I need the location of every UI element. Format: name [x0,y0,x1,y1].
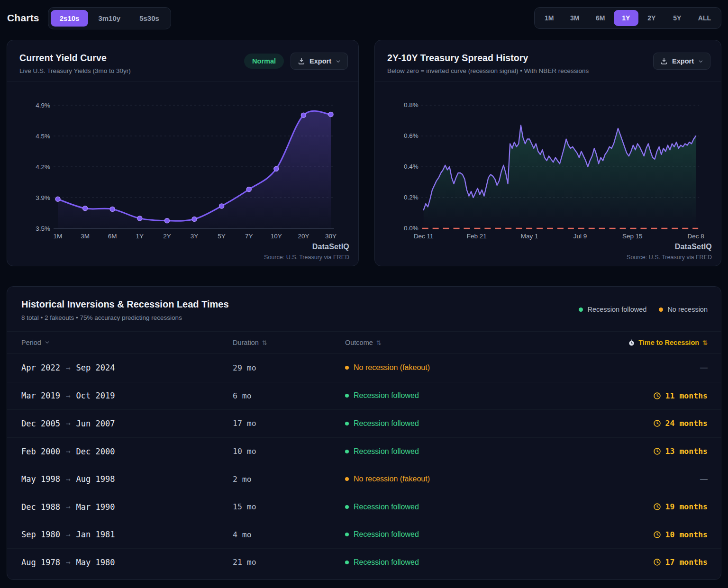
download-icon [298,57,305,65]
outcome-dot [345,422,349,425]
svg-text:May 1: May 1 [521,233,538,240]
export-button[interactable]: Export [653,53,710,70]
arrow-right-icon: → [66,363,71,372]
period-cell: Feb 2000→Dec 2000 [21,447,233,456]
legend-item: Recession followed [579,306,646,313]
clock-icon [653,392,661,400]
column-outcome[interactable]: Outcome ⇅ [345,339,599,346]
yield-chart: 3.5%3.9%4.2%4.5%4.9%1M3M6M1Y2Y3Y5Y7Y10Y2… [7,82,358,266]
svg-text:3.9%: 3.9% [36,194,50,201]
duration-cell: 10 mo [233,447,345,456]
svg-text:Dec 11: Dec 11 [414,233,434,240]
clock-icon [653,447,661,455]
table-row: Dec 2005→Jun 200717 moRecession followed… [7,409,721,437]
outcome-cell: Recession followed [345,419,599,428]
tab-5s30s[interactable]: 5s30s [130,10,168,27]
outcome-cell: Recession followed [345,503,599,511]
duration-cell: 15 mo [233,502,345,511]
spread-card-subtitle: Below zero = inverted curve (recession s… [387,67,589,74]
svg-text:1Y: 1Y [136,233,144,240]
column-duration[interactable]: Duration ⇅ [233,339,345,346]
sort-icon: ⇅ [702,339,708,346]
chevron-down-icon [336,59,341,64]
range-2y[interactable]: 2Y [639,10,664,26]
outcome-dot [345,450,349,453]
outcome-cell: Recession followed [345,447,599,456]
outcome-dot [345,477,349,481]
outcome-cell: Recession followed [345,530,599,539]
arrow-right-icon: → [66,447,71,456]
arrow-right-icon: → [66,558,71,567]
lead-cell: — [700,475,708,483]
sort-icon: ⇅ [376,339,382,346]
legend-dot-orange [659,308,663,312]
spread-card-title: 2Y-10Y Treasury Spread History [387,53,589,63]
outcome-dot [345,533,349,536]
range-all[interactable]: ALL [691,10,719,26]
svg-text:4.5%: 4.5% [36,133,50,140]
chevron-down-icon [45,339,50,346]
duration-cell: 2 mo [233,475,345,484]
column-time-to-recession[interactable]: Time to Recession ⇅ [628,339,708,346]
inversion-table-body: Apr 2022→Sep 202429 moNo recession (fake… [7,354,721,576]
status-badge: Normal [244,54,284,69]
period-cell: Sep 1980→Jan 1981 [21,530,233,539]
arrow-right-icon: → [66,475,71,484]
range-5y[interactable]: 5Y [665,10,690,26]
yield-chart-svg: 3.5%3.9%4.2%4.5%4.9%1M3M6M1Y2Y3Y5Y7Y10Y2… [7,82,358,266]
lead-cell: — [700,363,708,372]
table-row: May 1998→Aug 19982 moNo recession (fakeo… [7,465,721,493]
svg-text:30Y: 30Y [325,233,337,240]
svg-text:3.5%: 3.5% [36,225,50,232]
table-row: Aug 1978→May 198021 moRecession followed… [7,548,721,576]
period-cell: Mar 2019→Oct 2019 [21,391,233,400]
yield-card-title: Current Yield Curve [19,53,131,63]
legend: Recession followed No recession [579,306,708,313]
table-column-headers: Period Duration ⇅ Outcome ⇅ Time to Rece… [7,331,721,354]
svg-text:0.4%: 0.4% [404,163,419,170]
outcome-cell: Recession followed [345,391,599,400]
lead-cell: 10 months [653,530,708,539]
clock-icon [653,419,661,427]
tab-2s10s[interactable]: 2s10s [51,10,89,27]
range-tabs: 1M3M6M1Y2Y5YALL [534,7,721,29]
svg-text:2Y: 2Y [163,233,171,240]
page-title: Charts [7,12,39,24]
period-cell: Apr 2022→Sep 2024 [21,363,233,372]
table-subtitle: 8 total • 2 fakeouts • 75% accuracy pred… [21,314,229,321]
legend-label: No recession [667,306,708,313]
clock-icon [653,531,661,539]
topbar: Charts 2s10s3m10y5s30s 1M3M6M1Y2Y5YALL [7,7,721,29]
range-6m[interactable]: 6M [588,10,613,26]
lead-cell: 17 months [653,558,708,567]
range-1m[interactable]: 1M [537,10,562,26]
chart-tabs: 2s10s3m10y5s30s [48,7,171,29]
spread-history-card: 2Y-10Y Treasury Spread History Below zer… [374,40,721,266]
arrow-right-icon: → [66,502,71,511]
range-1y[interactable]: 1Y [614,10,638,26]
duration-cell: 17 mo [233,419,345,428]
svg-text:1M: 1M [54,233,63,240]
svg-text:Dec 8: Dec 8 [688,233,704,240]
yield-card-subtitle: Live U.S. Treasury Yields (3mo to 30yr) [19,67,131,74]
tab-3m10y[interactable]: 3m10y [89,10,129,27]
outcome-cell: Recession followed [345,558,599,567]
column-period[interactable]: Period [21,339,233,346]
svg-text:5Y: 5Y [218,233,226,240]
duration-cell: 6 mo [233,391,345,400]
sort-icon: ⇅ [262,339,267,346]
period-cell: May 1998→Aug 1998 [21,474,233,484]
export-label: Export [672,57,694,65]
table-row: Apr 2022→Sep 202429 moNo recession (fake… [7,354,721,382]
outcome-cell: No recession (fakeout) [345,475,599,483]
legend-dot-green [579,308,583,312]
inversions-table-card: Historical Inversions & Recession Lead T… [7,286,721,580]
export-button[interactable]: Export [291,53,348,70]
table-row: Mar 2019→Oct 20196 moRecession followed1… [7,382,721,410]
spread-chart-svg: 0.0%0.2%0.4%0.6%0.8%Dec 11Feb 21May 1Jul… [375,82,721,266]
range-3m[interactable]: 3M [563,10,587,26]
lead-cell: 19 months [653,502,708,511]
svg-text:4.2%: 4.2% [36,163,50,171]
duration-cell: 4 mo [233,530,345,539]
svg-text:3Y: 3Y [191,233,199,240]
